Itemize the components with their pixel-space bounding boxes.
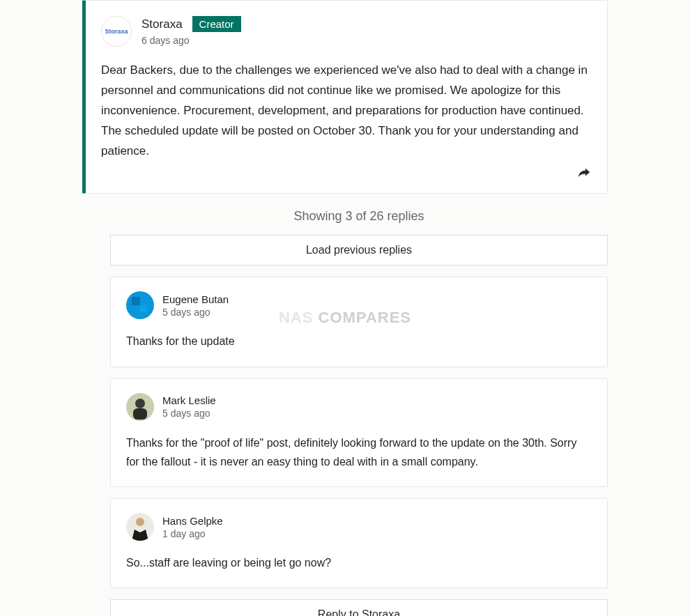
reply-body: So...staff are leaving or being let go n…: [126, 553, 592, 572]
avatar[interactable]: [126, 291, 154, 319]
timestamp: 1 day ago: [162, 528, 223, 539]
avatar[interactable]: [126, 513, 154, 541]
reply-to-button[interactable]: Reply to Storaxa: [110, 599, 608, 616]
timestamp: 5 days ago: [162, 408, 216, 419]
svg-rect-2: [140, 305, 147, 312]
load-previous-button[interactable]: Load previous replies: [110, 235, 608, 265]
reply-card: Mark Leslie5 days agoThanks for the "pro…: [110, 378, 608, 487]
reply-body: Thanks for the "proof of life" post, def…: [126, 433, 592, 471]
creator-comment-card: Storaxa Storaxa Creator 6 days ago Dear …: [82, 0, 608, 194]
share-icon[interactable]: [576, 165, 592, 183]
replies-section: Showing 3 of 26 replies Load previous re…: [82, 194, 608, 616]
reply-header: Mark Leslie5 days ago: [126, 393, 592, 421]
reply-card: Eugene Butan5 days agoThanks for the upd…: [110, 277, 608, 367]
timestamp: 5 days ago: [162, 307, 229, 318]
reply-body: Thanks for the update: [126, 332, 592, 351]
reply-header: Hans Gelpke1 day ago: [126, 513, 592, 541]
svg-rect-1: [132, 297, 140, 305]
avatar[interactable]: Storaxa: [101, 16, 132, 47]
timestamp: 6 days ago: [141, 35, 241, 46]
reply-author-name[interactable]: Hans Gelpke: [162, 515, 223, 527]
creator-badge: Creator: [192, 16, 241, 32]
author-name[interactable]: Storaxa: [141, 17, 183, 31]
avatar[interactable]: [126, 393, 154, 421]
svg-point-4: [135, 399, 145, 408]
reply-author-name[interactable]: Eugene Butan: [162, 293, 229, 305]
reply-author-name[interactable]: Mark Leslie: [162, 394, 216, 406]
avatar-label: Storaxa: [105, 29, 128, 35]
svg-rect-5: [133, 408, 147, 419]
svg-point-7: [136, 518, 144, 526]
replies-count: Showing 3 of 26 replies: [110, 194, 608, 235]
reply-header: Eugene Butan5 days ago: [126, 291, 592, 319]
comment-body: Dear Backers, due to the challenges we e…: [101, 61, 592, 161]
reply-card: Hans Gelpke1 day agoSo...staff are leavi…: [110, 498, 608, 588]
comment-header: Storaxa Storaxa Creator 6 days ago: [101, 16, 592, 47]
